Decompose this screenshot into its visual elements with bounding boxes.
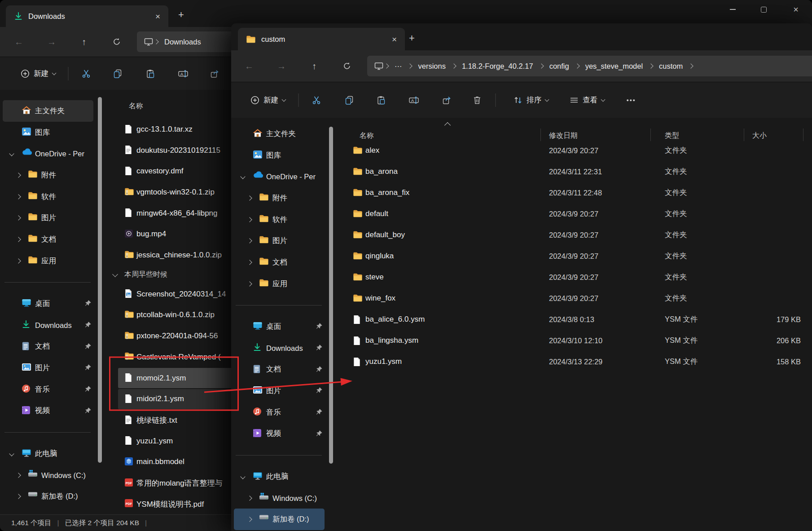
back-icon[interactable]: ← bbox=[245, 62, 254, 71]
column-header-type[interactable]: 类型 bbox=[665, 131, 679, 141]
sidebar-item-downloads[interactable]: Downloads bbox=[3, 314, 93, 336]
more-options-icon[interactable] bbox=[627, 99, 635, 101]
sidebar-item-onedrive[interactable]: OneDrive - Per bbox=[234, 166, 325, 187]
sidebar-item-folder[interactable]: 附件 bbox=[3, 164, 93, 186]
forward-icon[interactable]: → bbox=[277, 62, 286, 71]
tab-close-icon[interactable]: × bbox=[155, 12, 160, 21]
chevron-right-icon[interactable] bbox=[16, 494, 21, 499]
sidebar-item-folder[interactable]: 应用 bbox=[234, 273, 325, 295]
maximize-button[interactable] bbox=[752, 3, 775, 16]
file-row[interactable]: ba_alice_6.0.ysm2024/3/8 0:13YSM 文件179 K… bbox=[342, 309, 812, 330]
sidebar-item-folder[interactable]: 应用 bbox=[3, 250, 93, 272]
tab-close-icon[interactable]: × bbox=[392, 35, 397, 44]
sidebar-item-videos[interactable]: 视频 bbox=[234, 423, 325, 445]
cut-icon[interactable] bbox=[312, 96, 321, 105]
breadcrumb-item[interactable]: versions bbox=[413, 62, 450, 71]
cut-icon[interactable] bbox=[82, 69, 91, 78]
column-divider[interactable] bbox=[803, 128, 803, 141]
sidebar-item-gallery[interactable]: 图库 bbox=[234, 145, 325, 166]
up-icon[interactable]: ↑ bbox=[312, 62, 316, 71]
share-icon[interactable] bbox=[210, 69, 219, 78]
sidebar-item-gallery[interactable]: 图库 bbox=[3, 122, 93, 143]
view-button[interactable]: 查看 bbox=[570, 95, 605, 105]
sidebar-item-folder[interactable]: 附件 bbox=[234, 187, 325, 209]
file-row[interactable]: default2024/3/9 20:27文件夹 bbox=[342, 204, 812, 225]
rename-icon[interactable]: A bbox=[178, 69, 188, 78]
forward-icon[interactable]: → bbox=[47, 37, 56, 46]
tab-custom[interactable]: custom × bbox=[238, 28, 405, 50]
sidebar-item-thispc[interactable]: 此电脑 bbox=[234, 466, 325, 487]
sidebar-item-documents[interactable]: 文档 bbox=[234, 359, 325, 381]
sidebar-item-home[interactable]: 主文件夹 bbox=[234, 123, 325, 145]
sidebar-item-folder[interactable]: 文档 bbox=[234, 252, 325, 273]
column-divider[interactable] bbox=[650, 128, 651, 141]
sidebar-item-music[interactable]: 音乐 bbox=[3, 379, 93, 400]
sidebar-item-folder[interactable]: 图片 bbox=[3, 207, 93, 229]
minimize-button[interactable] bbox=[721, 3, 744, 16]
breadcrumb-item[interactable]: yes_steve_model bbox=[580, 62, 648, 71]
chevron-right-icon[interactable] bbox=[247, 496, 252, 500]
new-tab-button[interactable]: + bbox=[409, 33, 415, 43]
new-tab-button[interactable]: + bbox=[178, 10, 184, 20]
up-icon[interactable]: ↑ bbox=[82, 37, 86, 46]
sidebar-item-drive[interactable]: 新加卷 (D:) bbox=[3, 486, 93, 507]
sidebar-item-onedrive[interactable]: OneDrive - Per bbox=[3, 143, 93, 164]
tab-downloads[interactable]: Downloads × bbox=[6, 5, 168, 27]
chevron-right-icon[interactable] bbox=[247, 260, 252, 265]
sidebar-item-folder[interactable]: 图片 bbox=[234, 230, 325, 252]
chevron-right-icon[interactable] bbox=[247, 239, 252, 243]
file-row[interactable]: ba_arona_fix2024/3/11 22:48文件夹 bbox=[342, 182, 812, 204]
chevron-right-icon[interactable] bbox=[247, 195, 252, 200]
breadcrumb-item[interactable]: config bbox=[544, 62, 574, 71]
file-row[interactable]: yuzu1.ysm2024/3/13 22:29YSM 文件158 KB bbox=[342, 351, 812, 372]
chevron-right-icon[interactable] bbox=[247, 517, 252, 522]
sidebar-item-music[interactable]: 音乐 bbox=[234, 402, 325, 423]
chevron-down-icon[interactable] bbox=[112, 272, 118, 278]
delete-icon[interactable] bbox=[473, 96, 481, 105]
sort-button[interactable]: 排序 bbox=[514, 95, 549, 105]
file-row[interactable]: qingluka2024/3/9 20:27文件夹 bbox=[342, 246, 812, 267]
column-header-size[interactable]: 大小 bbox=[752, 131, 767, 141]
chevron-down-icon[interactable] bbox=[9, 151, 14, 156]
chevron-right-icon[interactable] bbox=[16, 216, 21, 221]
sidebar-scrollbar[interactable] bbox=[329, 127, 333, 464]
column-header-name[interactable]: 名称 bbox=[129, 102, 143, 111]
sidebar-item-desktop[interactable]: 桌面 bbox=[234, 316, 325, 337]
sidebar-item-desktop[interactable]: 桌面 bbox=[3, 293, 93, 314]
sidebar-item-downloads[interactable]: Downloads bbox=[234, 337, 325, 359]
rename-icon[interactable]: A bbox=[409, 96, 419, 105]
share-icon[interactable] bbox=[442, 96, 451, 105]
sidebar-item-thispc[interactable]: 此电脑 bbox=[3, 443, 93, 465]
new-button[interactable]: 新建 bbox=[250, 95, 285, 105]
copy-icon[interactable] bbox=[345, 96, 354, 105]
sidebar-item-drive-windows[interactable]: Windows (C:) bbox=[234, 487, 325, 509]
file-row[interactable]: ba_lingsha.ysm2024/3/10 12:10YSM 文件206 K… bbox=[342, 330, 812, 351]
breadcrumb-item[interactable]: Downloads bbox=[159, 38, 206, 46]
chevron-right-icon[interactable] bbox=[247, 217, 252, 222]
chevron-right-icon[interactable] bbox=[16, 258, 21, 263]
column-header-date[interactable]: 修改日期 bbox=[549, 131, 578, 141]
sidebar-item-home[interactable]: 主文件夹 bbox=[3, 100, 93, 122]
sidebar-scrollbar[interactable] bbox=[98, 97, 102, 463]
copy-icon[interactable] bbox=[113, 69, 122, 78]
column-divider[interactable] bbox=[540, 128, 541, 141]
breadcrumb-item[interactable]: ··· bbox=[390, 62, 407, 71]
address-bar[interactable]: ···versions1.18.2-Forge_40.2.17configyes… bbox=[367, 56, 812, 76]
chevron-down-icon[interactable] bbox=[9, 451, 14, 456]
back-icon[interactable]: ← bbox=[14, 37, 23, 46]
chevron-down-icon[interactable] bbox=[240, 174, 245, 179]
refresh-icon[interactable] bbox=[113, 38, 121, 46]
file-row[interactable]: wine_fox2024/3/9 20:27文件夹 bbox=[342, 288, 812, 309]
sidebar-item-folder[interactable]: 文档 bbox=[3, 229, 93, 250]
breadcrumb-item[interactable]: custom bbox=[654, 62, 688, 71]
sidebar-item-pictures[interactable]: 图片 bbox=[234, 380, 325, 402]
paste-icon[interactable] bbox=[377, 96, 386, 105]
chevron-right-icon[interactable] bbox=[689, 63, 693, 68]
sidebar-item-folder[interactable]: 软件 bbox=[234, 209, 325, 230]
chevron-right-icon[interactable] bbox=[16, 473, 21, 478]
column-header-name[interactable]: 名称 bbox=[360, 131, 374, 141]
sidebar-item-pictures[interactable]: 图片 bbox=[3, 357, 93, 379]
new-button[interactable]: 新建 bbox=[21, 69, 56, 79]
file-row[interactable]: default_boy2024/3/9 20:27文件夹 bbox=[342, 225, 812, 246]
refresh-icon[interactable] bbox=[343, 62, 351, 70]
